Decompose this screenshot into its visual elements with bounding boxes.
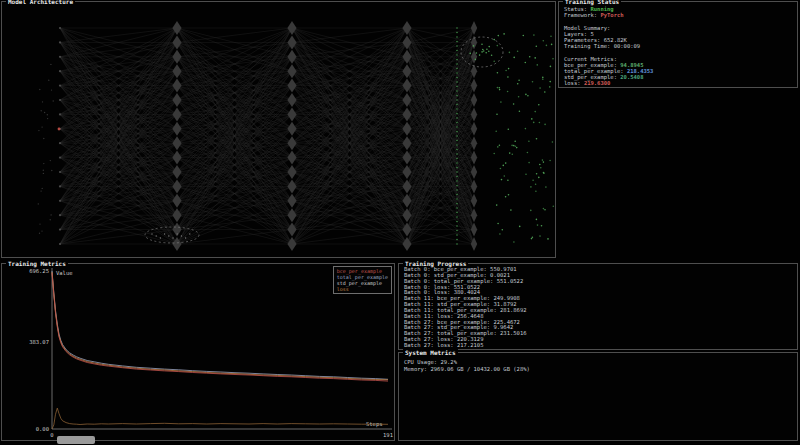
system-metrics-panel: System Metrics CPU Usage: 29.2% Memory: … <box>398 352 798 441</box>
training-progress-panel: Training Progress Batch 0: bce_per_examp… <box>398 263 798 350</box>
metric-loss-line: loss: 219.6300 <box>564 80 792 86</box>
framework-value: PyTorch <box>600 12 623 18</box>
svg-text:191: 191 <box>383 432 393 438</box>
memory-usage-line: Memory: 2969.06 GB / 10432.00 GB (28%) <box>404 366 792 373</box>
svg-text:0: 0 <box>50 432 53 438</box>
cpu-usage-line: CPU Usage: 29.2% <box>404 359 792 366</box>
svg-text:0.00: 0.00 <box>36 426 49 432</box>
chart-legend: bce_per_example total_per_example std_pe… <box>333 266 392 294</box>
legend-item-loss: loss <box>337 286 388 292</box>
neural-network-visualization <box>2 2 555 257</box>
log-line: Batch 27: loss: 217.2105 <box>404 343 792 349</box>
panel-title-training-progress: Training Progress <box>403 260 468 267</box>
training-metrics-panel: Training Metrics 696.25383.070.000191Val… <box>1 263 395 441</box>
bottom-taskbar-fragment <box>57 436 95 444</box>
model-architecture-panel: Model Architecture <box>1 1 556 258</box>
status-value: Running <box>591 6 614 12</box>
panel-title-system-metrics: System Metrics <box>403 349 458 356</box>
svg-text:383.07: 383.07 <box>29 339 49 345</box>
svg-text:696.25: 696.25 <box>29 268 49 274</box>
training-dashboard: { "architecture_panel": { "title": "Mode… <box>0 0 800 445</box>
panel-title-training-status: Training Status <box>563 0 621 5</box>
training-status-panel: Training Status Status: Running Framewor… <box>558 1 798 88</box>
svg-text:Value: Value <box>56 270 73 276</box>
